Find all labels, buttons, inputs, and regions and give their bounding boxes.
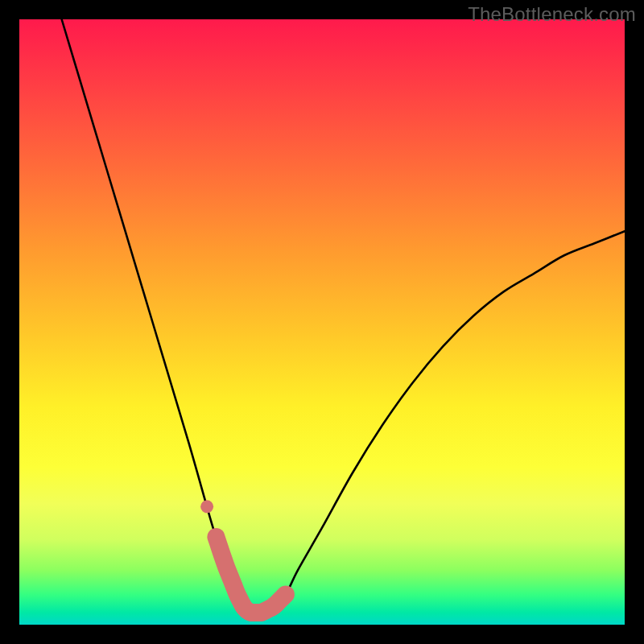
chart-svg xyxy=(19,19,625,625)
highlight-segment xyxy=(216,537,285,613)
curve-right xyxy=(250,231,625,613)
watermark-text: TheBottleneck.com xyxy=(468,3,636,26)
curve-left xyxy=(62,19,250,613)
highlight-dot xyxy=(200,500,213,513)
chart-area xyxy=(19,19,625,625)
